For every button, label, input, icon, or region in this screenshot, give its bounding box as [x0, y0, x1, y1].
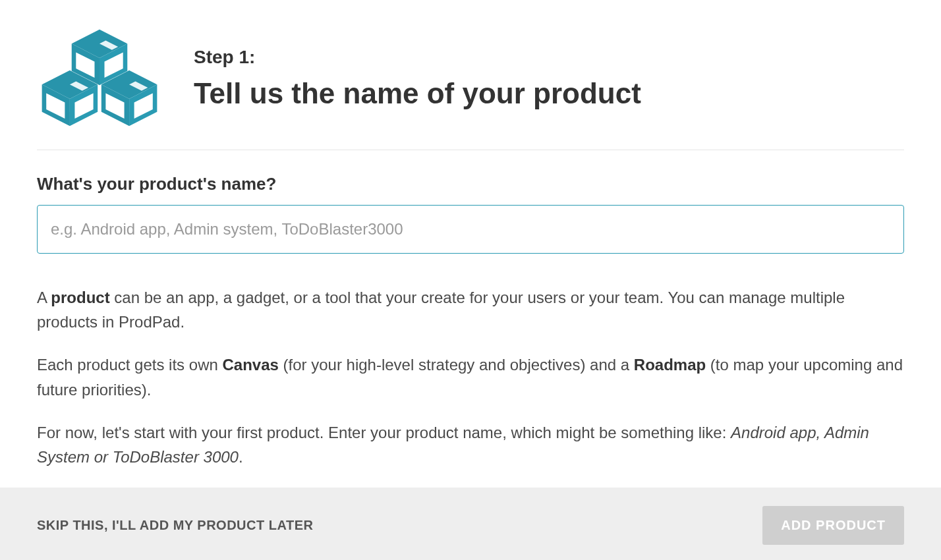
footer-bar: SKIP THIS, I'LL ADD MY PRODUCT LATER ADD…: [0, 488, 941, 560]
add-product-button[interactable]: ADD PRODUCT: [762, 506, 904, 545]
product-name-field: What's your product's name?: [37, 174, 904, 254]
description-block: A product can be an app, a gadget, or a …: [37, 285, 904, 469]
step-title: Tell us the name of your product: [194, 77, 641, 111]
step-label: Step 1:: [194, 47, 641, 68]
description-p3: For now, let's start with your first pro…: [37, 420, 904, 469]
description-p2: Each product gets its own Canvas (for yo…: [37, 352, 904, 401]
skip-link[interactable]: SKIP THIS, I'LL ADD MY PRODUCT LATER: [37, 518, 313, 533]
step-header: Step 1: Tell us the name of your product: [37, 26, 904, 150]
cubes-icon: [37, 26, 162, 131]
field-label: What's your product's name?: [37, 174, 904, 194]
description-p1: A product can be an app, a gadget, or a …: [37, 285, 904, 334]
product-name-input[interactable]: [37, 205, 904, 254]
